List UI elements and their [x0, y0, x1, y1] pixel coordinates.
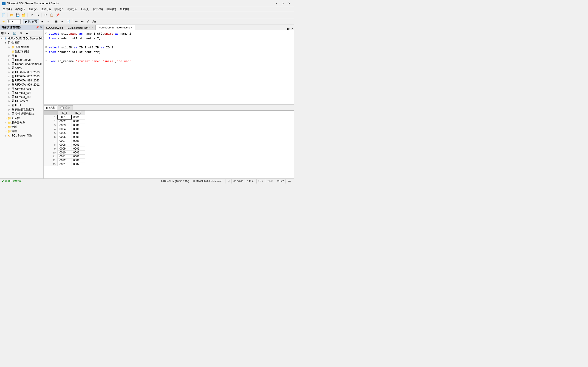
table-row[interactable]: 12 0012 0001: [44, 158, 85, 162]
save-button[interactable]: 💾: [15, 13, 20, 18]
tree-ufmeta002-db[interactable]: ▷ 🗄 UFMeta_002: [0, 91, 43, 95]
menu-community[interactable]: 社区(C): [105, 7, 118, 12]
tree-utu-db[interactable]: ▷ 🗄 UTU: [0, 103, 43, 107]
tree-sales-db[interactable]: ▷ 🗄 sales: [0, 66, 43, 70]
outdent-button[interactable]: ⇤: [79, 19, 85, 24]
table-row[interactable]: 11 0011 0001: [44, 155, 85, 158]
connect-button[interactable]: ⚡: [1, 19, 6, 24]
tab-sqlquery2[interactable]: SQLQuery2.sql - HU...ministrator (59))* …: [44, 25, 95, 30]
rstmp-db-label: ReportServerTempDB: [15, 62, 42, 66]
tree-agent-node[interactable]: ▷ ⚙ SQL Server 代理: [0, 133, 43, 138]
object-explorer-title: 对象资源管理器: [1, 25, 21, 29]
menu-debug[interactable]: 调试(D): [65, 7, 78, 12]
table-row[interactable]: 2 0002 0001: [44, 119, 85, 123]
student-expand-icon: ▷: [7, 112, 11, 116]
tab-scroll-left-icon[interactable]: ◀: [286, 27, 288, 30]
results-tabs: ⊞ 结果 💬 消息: [44, 105, 294, 110]
tree-ufmeta888-db[interactable]: ▷ 🗄 UFMeta_888: [0, 95, 43, 99]
menu-window[interactable]: 窗口(W): [91, 7, 105, 12]
table-row[interactable]: 7 0007 0001: [44, 139, 85, 143]
object-explorer: 对象资源管理器 📌 ✕ 连接 ▼ 🔄 ▽ ■ ▼ 🖥 HUANGLIN (SQL…: [0, 25, 44, 178]
save-all-button[interactable]: 🗂️: [21, 13, 26, 18]
tree-ufsystem-db[interactable]: ▷ 🗄 UFSystem: [0, 99, 43, 103]
filter-oe-button[interactable]: ▽: [18, 31, 24, 36]
tree-hl-db[interactable]: ▷ 🗄 hl: [0, 54, 43, 58]
menu-query[interactable]: 查询(Q): [39, 7, 52, 12]
col-id2-header: ID_2: [71, 111, 85, 115]
refresh-oe-button[interactable]: 🔄: [12, 31, 18, 36]
table-row[interactable]: 1 0001 0001: [44, 115, 85, 119]
close-button[interactable]: ✕: [286, 1, 292, 6]
indent-button[interactable]: ⇥: [73, 19, 79, 24]
tree-reportservertempdb-db[interactable]: ▷ 🗄 ReportServerTempDB: [0, 62, 43, 66]
tree-ufmeta001-db[interactable]: ▷ 🗄 UFMeta_001: [0, 87, 43, 91]
results-to-text-button[interactable]: ≡: [60, 19, 65, 24]
tree-server-node[interactable]: ▼ 🖥 HUANGLIN (SQL Server 10.50.1600 - H: [0, 36, 43, 41]
pin-icon[interactable]: 📌: [36, 26, 39, 29]
table-row[interactable]: 4 0004 0001: [44, 127, 85, 131]
parse-button[interactable]: ✓: [45, 19, 51, 24]
sql-editor[interactable]: ⊟ select st1.sname as name_1,st2.sname a…: [44, 30, 294, 104]
tab-scroll-right-icon[interactable]: ▶: [288, 27, 290, 30]
uncomment-button[interactable]: A±: [91, 19, 97, 24]
tree-uf888-db[interactable]: ▷ 🗄 UFDATA_888_2023: [0, 78, 43, 83]
collapse-1[interactable]: ⊟: [45, 32, 48, 35]
tab-sqlquery2-close[interactable]: ✕: [91, 26, 93, 29]
table-row[interactable]: 8 0008 0001: [44, 143, 85, 147]
copy-button[interactable]: 📋: [49, 13, 54, 18]
tree-uf001-db[interactable]: ▷ 🗄 UFDATA_001_2023: [0, 70, 43, 74]
tree-security-node[interactable]: ▷ 📁 安全性: [0, 116, 43, 120]
results-to-grid-button[interactable]: ⊞: [53, 19, 59, 24]
stop-oe-button[interactable]: ■: [24, 31, 30, 36]
redo-button[interactable]: ↪: [35, 13, 40, 18]
menu-help[interactable]: 帮助(H): [118, 7, 131, 12]
maximize-button[interactable]: □: [280, 1, 286, 6]
new-query-button[interactable]: 📄: [1, 13, 6, 18]
menu-file[interactable]: 文件(F): [1, 7, 14, 12]
tree-server-objects-node[interactable]: ▷ 📁 服务器对象: [0, 120, 43, 125]
tab-close-all-icon[interactable]: ✕: [291, 27, 293, 30]
table-row[interactable]: 13 0001 0002: [44, 162, 85, 166]
table-row[interactable]: 5 0005 0001: [44, 131, 85, 135]
open-file-button[interactable]: 📂: [9, 13, 15, 18]
results-msg-tab[interactable]: 💬 消息: [58, 105, 73, 110]
data-grid[interactable]: ID_1 ID_2 1 0001 0001 2 0002 0001 3 0003…: [44, 110, 294, 178]
tree-snapshot-node[interactable]: 📁 数据库快照: [0, 49, 43, 54]
menu-project[interactable]: 项目(P): [52, 7, 65, 12]
database-dropdown[interactable]: hl ▼: [7, 19, 21, 24]
menu-edit[interactable]: 编辑(E): [14, 7, 26, 12]
results-to-file-button[interactable]: 📄: [65, 19, 71, 24]
tree-uf999-db[interactable]: ▷ 🗄 UFDATA_999_2011: [0, 83, 43, 87]
collapse-4[interactable]: ⊟: [45, 45, 48, 49]
minimize-button[interactable]: −: [273, 1, 279, 6]
close-panel-icon[interactable]: ✕: [40, 26, 42, 29]
cell-id1: 0004: [58, 127, 71, 131]
row-num: 1: [44, 115, 58, 119]
table-row[interactable]: 10 0010 0001: [44, 151, 85, 155]
paste-button[interactable]: 📌: [55, 13, 61, 18]
menu-tools[interactable]: 工具(T): [78, 7, 91, 12]
tab-huanglin[interactable]: HUANGLIN.hl - dbo.student ✕: [96, 25, 135, 30]
tree-student-db[interactable]: ▷ 🗄 学生选课数据库: [0, 112, 43, 116]
tree-reportserver-db[interactable]: ▷ 🗄 ReportServer: [0, 58, 43, 62]
tree-replication-node[interactable]: ▷ 📁 复制: [0, 125, 43, 129]
tab-huanglin-close[interactable]: ✕: [131, 26, 132, 29]
execute-button[interactable]: ▶ 执行(X): [23, 19, 39, 24]
table-row[interactable]: 6 0006 0001: [44, 135, 85, 139]
connect-dropdown-icon[interactable]: ▼: [7, 32, 10, 35]
cut-button[interactable]: ✂: [43, 13, 48, 18]
stop-button[interactable]: ■: [40, 19, 45, 24]
results-grid-tab[interactable]: ⊞ 结果: [44, 105, 57, 110]
table-row[interactable]: 9 0009 0001: [44, 147, 85, 151]
undo-button[interactable]: ↩: [29, 13, 35, 18]
tree-databases-node[interactable]: ▼ 🗄 数据库: [0, 41, 43, 45]
tree-sysdb-node[interactable]: ▷ 📁 系统数据库: [0, 45, 43, 49]
table-row[interactable]: 3 0003 0001: [44, 123, 85, 127]
tree-management-node[interactable]: ▷ 📁 管理: [0, 129, 43, 133]
comment-button[interactable]: /*: [86, 19, 91, 24]
tree-goods-db[interactable]: ▷ 🗄 商品管理数据库: [0, 107, 43, 112]
tree-uf002-db[interactable]: ▷ 🗄 UFDATA_002_2023: [0, 74, 43, 78]
tab-end-controls: ◀ ▶ ✕: [286, 27, 294, 30]
menu-view[interactable]: 查看(V): [26, 7, 39, 12]
sql-text-6: [49, 55, 292, 59]
